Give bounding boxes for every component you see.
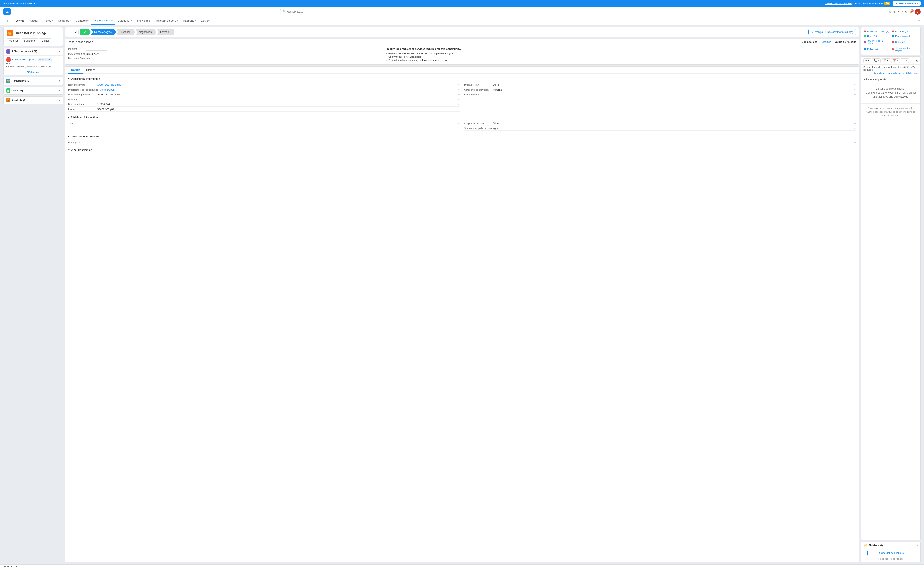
tab-history[interactable]: History (83, 67, 98, 74)
calendar-btn[interactable]: 📅 ▾ (891, 58, 900, 63)
actualiser-link[interactable]: Actualiser (874, 72, 884, 75)
ql-historique[interactable]: Historique des étapes ... (892, 46, 918, 52)
produits-header[interactable]: 📦 Produits (0) ▾ (4, 96, 63, 104)
files-icon: 📁 (864, 544, 867, 547)
ql-influence[interactable]: Influence de la campa... (864, 39, 890, 45)
filters-bar: Filtres : Toutes les dates • Toutes les … (861, 65, 920, 76)
ql-devis[interactable]: Devis (0) (864, 34, 890, 38)
other-info-label[interactable]: ▾ Other Information (68, 148, 856, 152)
star-icon[interactable]: ☆ (889, 10, 891, 13)
ql-fichiers[interactable]: Fichiers (0) (864, 46, 890, 52)
gear-icon[interactable]: ⚙ (905, 10, 907, 13)
ql-roles[interactable]: Rôles du contact (1) (864, 30, 890, 33)
nav-calendrier[interactable]: Calendrier ▾ (115, 17, 135, 24)
agrandir-link[interactable]: Agrandir tout (888, 72, 902, 75)
mark-done-label: Marquer Étape comme terminé(e) (815, 30, 853, 33)
contact-name[interactable]: David Adelson (Sam... (12, 58, 38, 61)
modifier-button[interactable]: Modifier (7, 38, 20, 43)
task-btn[interactable]: 📋 ▾ (882, 58, 890, 63)
nom-compte-edit[interactable]: ✏ (458, 84, 460, 86)
record-icon: 👑 (7, 30, 13, 36)
afficher-link[interactable]: Afficher tout (906, 72, 918, 75)
more-btn[interactable]: ⋯ ▾ (901, 58, 909, 63)
nom-opp-edit[interactable]: ✏ (458, 93, 460, 96)
email-btn[interactable]: ✉ ▾ (864, 58, 871, 63)
recommended-visits[interactable]: Vos visites recommandées ▾ (3, 2, 35, 5)
phone-btn[interactable]: 📞 ▾ (872, 58, 881, 63)
todo-label[interactable]: To Do List (8, 566, 19, 567)
kf-modifier-link[interactable]: Modifier (822, 40, 831, 44)
tabs-bar: Détails History (65, 67, 859, 74)
nav-comptes[interactable]: Comptes ▾ (56, 17, 73, 24)
stage-fermee[interactable]: Fermée (157, 29, 174, 35)
files-chevron[interactable]: ▾ (916, 544, 918, 547)
comment-link[interactable]: Laisser un commentaire (826, 2, 852, 4)
roles-header[interactable]: 👤 Rôles du contact (1) ▾ (4, 48, 63, 56)
key-fields-card: Étape: Needs Analysis Champs clés Modifi… (65, 39, 859, 65)
nav-pistes[interactable]: Pistes ▾ (41, 17, 56, 24)
stage-proposal[interactable]: Proposal (116, 29, 135, 35)
nav-opportunites[interactable]: Opportunités ▾ (91, 17, 115, 25)
avatar[interactable]: U (915, 9, 921, 15)
etape-detail-edit[interactable]: ✏ (458, 108, 460, 111)
center-panel: ▾ ✓ ✓ Needs Analysis Proposal Negotiatio… (65, 27, 859, 562)
app-grid[interactable]: ⋮⋮⋮ Ventes (3, 17, 27, 24)
opportunity-info-label[interactable]: ▾ Opportunity Information (68, 77, 856, 80)
montant-detail-edit[interactable]: ✏ (458, 98, 460, 101)
stage-done[interactable]: ✓ (80, 29, 91, 35)
nav-edit-icon[interactable]: ✏ (918, 19, 921, 22)
section-chevron-add: ▾ (68, 116, 69, 119)
partenaires-header[interactable]: 🤝 Partenaires (0) ▾ (4, 77, 63, 85)
description-edit[interactable]: ✏ (854, 141, 856, 144)
search-input[interactable] (287, 10, 350, 13)
nav-contacts[interactable]: Contacts ▾ (73, 17, 91, 24)
devis-title: Devis (0) (12, 89, 23, 92)
proprietaire-value[interactable]: Martin Dupont (99, 88, 115, 91)
afficher-tout-link[interactable]: Afficher tout (4, 70, 63, 75)
opp-right-fields: Probabilité (%) 35 % ✏ Catégorie de prév… (464, 82, 856, 112)
categorie-edit[interactable]: ✏ (854, 88, 856, 91)
ql-produits[interactable]: Produits (0) (892, 30, 918, 33)
additional-info-label[interactable]: ▾ Additional Information (68, 116, 856, 119)
contact-item: D David Adelson (Sam... PRINCIPAL Rôle :… (4, 56, 63, 70)
nom-compte-value[interactable]: Green Dot Publishing (97, 83, 121, 86)
date-cloture-detail-edit[interactable]: ✏ (458, 103, 460, 106)
date-cloture-label: Date de clôture (68, 52, 85, 55)
ql-partenaires[interactable]: Partenaires (0) (892, 34, 918, 38)
upload-button[interactable]: ⬆ Charger des fichiers (867, 550, 915, 556)
add-icon[interactable]: + (898, 10, 899, 13)
stage-negotiation[interactable]: Negotiation (135, 29, 157, 35)
supprimer-button[interactable]: Supprimer (22, 38, 38, 43)
nav-devis[interactable]: Devis ▾ (199, 17, 212, 24)
tab-details[interactable]: Détails (68, 67, 83, 74)
nav-tableaux[interactable]: Tableaux de bord ▾ (152, 17, 181, 24)
mark-done-button[interactable]: ✓ Marquer Étape comme terminé(e) (808, 29, 856, 35)
additional-left: Type ✏ (68, 121, 460, 130)
stage-needs-analysis[interactable]: Needs Analysis (91, 29, 116, 35)
montant-input[interactable] (86, 48, 107, 51)
activity-settings-icon[interactable]: ⚙ (916, 59, 918, 62)
probabilite-edit[interactable]: ✏ (854, 84, 856, 86)
buy-now-button[interactable]: Acheter maintenant (893, 1, 921, 6)
origine-piste-edit[interactable]: ✏ (854, 122, 856, 125)
home-icon[interactable]: ⊞ (894, 10, 895, 13)
devis-header[interactable]: 📋 Devis (0) ▾ (4, 87, 63, 94)
stage-check-btn[interactable]: ✓ (73, 30, 78, 34)
help-icon[interactable]: ? (901, 10, 903, 13)
nav-accueil[interactable]: Accueil (27, 17, 41, 24)
discovery-checkbox[interactable] (92, 57, 95, 60)
search-bar[interactable]: 🔍 (280, 9, 352, 14)
description-info-label[interactable]: ▾ Description Information (68, 135, 856, 138)
etape-suivante-edit[interactable]: ✏ (854, 93, 856, 96)
ql-notes[interactable]: Notes (0) (892, 39, 918, 45)
cloner-button[interactable]: Cloner (39, 38, 51, 43)
stage-dropdown-btn[interactable]: ▾ (68, 30, 72, 34)
source-campagne-edit[interactable]: ✏ (854, 127, 856, 130)
type-edit[interactable]: ✏ (458, 122, 460, 125)
proprietaire-edit[interactable]: ✏ (458, 88, 460, 91)
nav-previsions[interactable]: Prévisions (135, 17, 152, 24)
stage-check: ✓ (84, 30, 86, 34)
nav-rapports[interactable]: Rapports ▾ (181, 17, 199, 24)
comptes-caret: ▾ (70, 20, 71, 22)
notification-bell[interactable]: 🔔 10 (909, 10, 912, 13)
